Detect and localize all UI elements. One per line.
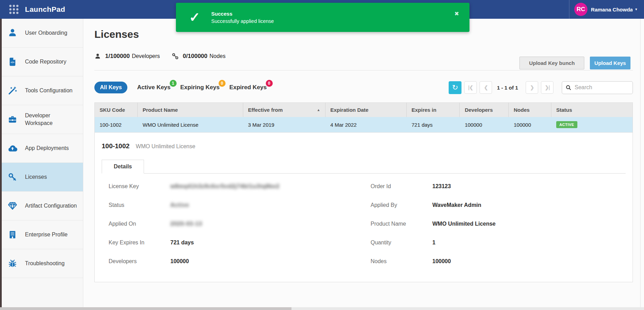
user-icon xyxy=(8,28,17,38)
search-icon xyxy=(566,85,571,91)
details-sku: 100-1002 xyxy=(102,142,129,150)
sidebar-item-artifact-configuration[interactable]: Artifact Configuration xyxy=(2,192,83,220)
details-left-column: License Key w8mq41h3z9c6xr5vd2j74bl1u3tq… xyxy=(102,177,364,271)
tab-expired-keys[interactable]: Expired Keys 0 xyxy=(229,84,267,91)
building-icon xyxy=(8,230,17,240)
wand-icon xyxy=(8,86,17,95)
app-grid-icon[interactable] xyxy=(8,4,19,15)
sidebar: User Onboarding </> Code Repository Tool… xyxy=(0,19,83,310)
column-header-sku[interactable]: SKU Code xyxy=(95,103,138,117)
tab-expiring-keys[interactable]: Expiring Keys 0 xyxy=(180,84,220,91)
column-header-expiration-date[interactable]: Expiration Date xyxy=(325,103,407,117)
field-order-id: Order Id 123123 xyxy=(371,177,626,196)
tab-active-keys[interactable]: Active Keys 1 xyxy=(137,84,170,91)
details-product-name: WMO Unlimited License xyxy=(136,143,195,150)
avatar[interactable]: RC xyxy=(574,3,587,16)
applied-on-value-blurred: 2020-03-13 xyxy=(170,221,202,227)
column-header-status[interactable]: Status xyxy=(551,103,633,117)
licenses-panel: SKU Code Product Name Effective from▲ Ex… xyxy=(94,102,633,282)
prev-page-button[interactable]: ❮ xyxy=(480,81,492,94)
upload-key-bunch-button[interactable]: Upload Key bunch xyxy=(519,57,584,69)
link-icon xyxy=(172,53,179,60)
field-license-key: License Key w8mq41h3z9c6xr5vd2j74bl1u3tq… xyxy=(109,177,364,196)
sidebar-item-enterprise-profile[interactable]: Enterprise Profile xyxy=(2,220,83,249)
horizontal-scrollbar-thumb[interactable] xyxy=(0,307,291,310)
license-key-value-blurred: w8mq41h3z9c6xr5vd2j74bl1u3tq8ke2 xyxy=(170,183,280,190)
field-key-expires-in: Key Expires In 721 days xyxy=(109,233,364,252)
diamond-icon xyxy=(8,201,17,211)
cloud-upload-icon xyxy=(8,143,17,153)
sidebar-item-code-repository[interactable]: </> Code Repository xyxy=(2,48,83,76)
details-right-column: Order Id 123123 Applied By WaveMaker Adm… xyxy=(364,177,626,271)
field-applied-on: Applied On 2020-03-13 xyxy=(109,215,364,233)
app-title: LaunchPad xyxy=(25,5,65,14)
sidebar-item-user-onboarding[interactable]: User Onboarding xyxy=(2,19,83,48)
chevron-down-icon[interactable]: ▼ xyxy=(635,8,638,11)
sort-asc-icon: ▲ xyxy=(317,108,320,112)
svg-text:</>: </> xyxy=(11,61,15,64)
sidebar-item-troubleshooting[interactable]: Troubleshooting xyxy=(2,249,83,278)
table-row[interactable]: 100-1002 WMO Unlimited License 3 Mar 201… xyxy=(95,117,633,133)
pagination-range: 1 - 1 of 1 xyxy=(497,85,518,91)
person-icon xyxy=(94,53,101,60)
field-quantity: Quantity 1 xyxy=(371,233,626,252)
user-menu[interactable]: RC Ramana Chowda... ▼ xyxy=(569,0,644,19)
sidebar-item-tools-configuration[interactable]: Tools Configuration xyxy=(2,76,83,105)
key-icon xyxy=(8,172,17,182)
table-header: SKU Code Product Name Effective from▲ Ex… xyxy=(95,103,633,117)
expiring-keys-count-badge: 0 xyxy=(219,80,226,87)
license-details: 100-1002 WMO Unlimited License Details L… xyxy=(95,133,633,282)
user-name: Ramana Chowda... xyxy=(591,7,633,12)
column-header-nodes[interactable]: Nodes xyxy=(509,103,551,117)
search-input[interactable] xyxy=(562,81,633,94)
field-status: Status Active xyxy=(109,196,364,215)
check-icon: ✓ xyxy=(189,11,200,24)
toast-message: Successfully applied license xyxy=(211,18,274,24)
status-badge: ACTIVE xyxy=(556,121,577,128)
vertical-scrollbar[interactable] xyxy=(640,19,641,307)
horizontal-scrollbar[interactable] xyxy=(0,307,644,310)
main-content: Licenses 1/100000 Developers 0/100000 No… xyxy=(84,19,644,307)
first-page-button[interactable]: |❮ xyxy=(464,81,477,94)
nodes-stat: 0/100000 Nodes xyxy=(172,53,226,60)
bug-icon xyxy=(8,259,17,268)
key-filter-tabs: All Keys Active Keys 1 Expiring Keys 0 E… xyxy=(94,82,267,93)
field-product-name: Product Name WMO Unlimited License xyxy=(371,215,626,233)
success-toast: ✓ Success Successfully applied license ✖ xyxy=(176,3,469,32)
developers-stat: 1/100000 Developers xyxy=(94,53,160,60)
column-header-product[interactable]: Product Name xyxy=(138,103,243,117)
divider xyxy=(94,70,633,70)
toast-title: Success xyxy=(211,11,274,17)
sidebar-item-licenses[interactable]: Licenses xyxy=(2,163,83,192)
tab-all-keys[interactable]: All Keys xyxy=(94,82,127,93)
upload-keys-button[interactable]: Upload Keys xyxy=(590,57,630,69)
code-file-icon: </> xyxy=(8,57,17,67)
sidebar-item-app-deployments[interactable]: App Deployments xyxy=(2,134,83,163)
column-header-developers[interactable]: Developers xyxy=(460,103,509,117)
briefcase-icon xyxy=(8,115,17,124)
tab-details[interactable]: Details xyxy=(102,160,144,174)
close-icon[interactable]: ✖ xyxy=(455,10,459,17)
field-developers: Developers 100000 xyxy=(109,252,364,271)
status-value-blurred: Active xyxy=(170,202,189,208)
sidebar-item-developer-workspace[interactable]: Developer Workspace xyxy=(2,105,83,134)
column-header-expires-in[interactable]: Expires in xyxy=(407,103,460,117)
next-page-button[interactable]: ❯ xyxy=(526,81,538,94)
expired-keys-count-badge: 0 xyxy=(266,80,273,87)
column-header-effective-from[interactable]: Effective from▲ xyxy=(243,103,325,117)
field-nodes: Nodes 100000 xyxy=(371,252,626,271)
last-page-button[interactable]: ❯| xyxy=(541,81,553,94)
left-scrollbar[interactable] xyxy=(0,19,2,307)
field-applied-by: Applied By WaveMaker Admin xyxy=(371,196,626,215)
refresh-button[interactable]: ↻ xyxy=(449,81,461,94)
active-keys-count-badge: 1 xyxy=(170,80,177,87)
refresh-icon: ↻ xyxy=(452,83,458,92)
